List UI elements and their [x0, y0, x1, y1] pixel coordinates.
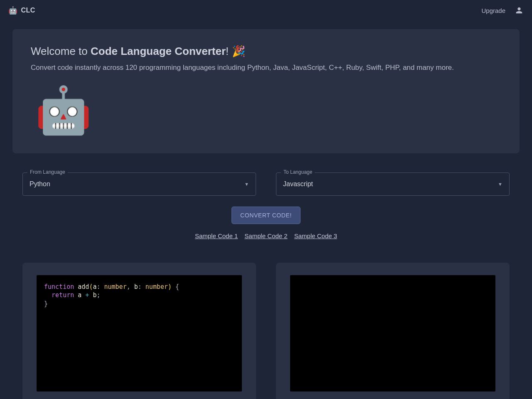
welcome-card: Welcome to Code Language Converter! 🎉 Co… — [12, 29, 520, 153]
to-value: Javascript — [283, 180, 313, 188]
brand-text: CLC — [21, 7, 35, 14]
sample-code-2-link[interactable]: Sample Code 2 — [244, 232, 287, 239]
sample-code-1-link[interactable]: Sample Code 1 — [195, 232, 238, 239]
convert-button[interactable]: CONVERT CODE! — [232, 207, 300, 224]
source-editor-card: function add(a: number, b: number) { ret… — [22, 263, 256, 399]
title-main: Code Language Converter — [91, 45, 226, 57]
header-actions: Upgrade — [481, 6, 524, 15]
chevron-down-icon: ▼ — [498, 182, 502, 187]
to-language-select[interactable]: To Language Javascript ▼ — [276, 172, 510, 196]
target-editor-card — [276, 263, 510, 399]
page-title: Welcome to Code Language Converter! 🎉 — [31, 45, 501, 58]
target-code-editor[interactable] — [290, 275, 495, 392]
title-suffix: ! 🎉 — [226, 45, 245, 57]
from-value: Python — [30, 180, 50, 188]
person-icon[interactable] — [515, 6, 524, 15]
from-language-select[interactable]: From Language Python ▼ — [22, 172, 256, 196]
from-select-box[interactable]: Python ▼ — [22, 172, 256, 196]
code-editors: function add(a: number, b: number) { ret… — [22, 263, 510, 399]
chevron-down-icon: ▼ — [244, 182, 249, 187]
sample-code-3-link[interactable]: Sample Code 3 — [294, 232, 337, 239]
source-code-editor[interactable]: function add(a: number, b: number) { ret… — [37, 275, 242, 392]
to-label: To Language — [281, 169, 315, 175]
upgrade-link[interactable]: Upgrade — [481, 7, 505, 14]
brand-logo[interactable]: 🤖 CLC — [8, 6, 35, 15]
title-prefix: Welcome to — [31, 45, 91, 57]
welcome-subtitle: Convert code instantly across 120 progra… — [31, 64, 501, 72]
main-content: Welcome to Code Language Converter! 🎉 Co… — [0, 21, 532, 399]
to-select-box[interactable]: Javascript ▼ — [276, 172, 510, 196]
header: 🤖 CLC Upgrade — [0, 0, 532, 21]
language-selects: From Language Python ▼ To Language Javas… — [22, 172, 510, 196]
convert-row: CONVERT CODE! — [12, 207, 520, 224]
robot-icon: 🤖 — [8, 6, 18, 15]
robot-illustration: 🤖 — [35, 83, 501, 138]
sample-links: Sample Code 1 Sample Code 2 Sample Code … — [12, 232, 520, 239]
from-label: From Language — [27, 169, 68, 175]
